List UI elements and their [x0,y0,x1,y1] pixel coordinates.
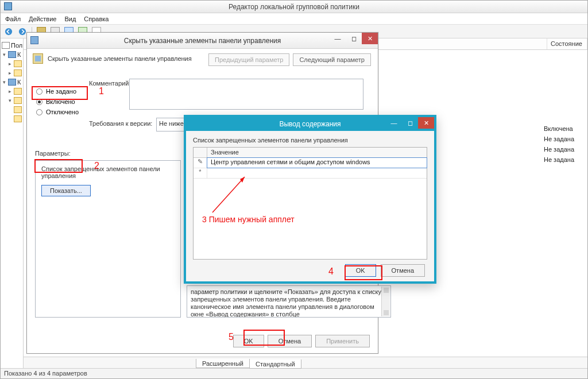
modal-minimize-button[interactable]: ― [386,117,402,129]
menu-view[interactable]: Вид [64,16,76,22]
tree-folder-3[interactable]: ▸ [2,87,22,96]
show-button[interactable]: Показать... [41,185,91,196]
nav-tree[interactable]: Поли ▾К ▸ ▸ ▾К ▸ ▾ [1,38,24,368]
modal-header-label: Список запрещенных элементов панели упра… [193,137,427,144]
tree-node-k[interactable]: ▾К [2,78,22,87]
modal-ok-button[interactable]: OK [345,264,376,277]
prev-setting-button[interactable]: Предыдущий параметр [208,53,289,66]
policy-icon [33,53,43,64]
grid-col-value[interactable]: Значение [207,148,427,157]
dialog-subtitle: Скрыть указанные элементы панели управле… [48,55,192,62]
next-setting-button[interactable]: Следующий параметр [293,53,371,66]
grid-cell-value-1[interactable]: Центр управления сетями и общим доступом… [207,158,427,168]
svg-point-1 [19,28,26,34]
tree-folder-2[interactable]: ▸ [2,68,22,78]
dialog-icon [30,36,38,44]
dialog-cancel-button[interactable]: Отмена [268,335,312,347]
tree-folder-4[interactable]: ▾ [2,96,22,105]
help-text: параметр политики и щелкните «Показать» … [191,288,381,318]
list-row-2[interactable]: Не задана [544,134,584,144]
grid-header: Значение [194,148,427,158]
modal-titlebar: Вывод содержания ― ◻ ✕ [186,117,434,131]
modal-close-button[interactable]: ✕ [418,117,434,129]
radio-not-configured[interactable]: Не задано [36,88,79,95]
help-panel: параметр политики и щелкните «Показать» … [187,285,391,318]
dialog-ok-button[interactable]: OK [233,335,264,347]
list-row-4[interactable]: Не задана [544,154,584,165]
dialog-title: Скрыть указанные элементы панели управле… [124,37,281,45]
radio-enabled[interactable]: Включено [36,98,79,105]
view-tabs: Расширенный Стандартный [24,357,587,368]
modal-cancel-button[interactable]: Отмена [381,264,425,277]
values-grid[interactable]: Значение ✎ Центр управления сетями и общ… [193,147,427,260]
list-col-state[interactable]: Состояние [547,38,587,49]
comment-label: Комментарий: [89,80,130,87]
tree-header: Поли [2,41,22,50]
menu-help[interactable]: Справка [84,16,109,22]
list-row-3[interactable]: Не задана [544,144,584,154]
show-contents-dialog: Вывод содержания ― ◻ ✕ Список запрещенны… [184,115,436,284]
modal-title: Вывод содержания [279,120,341,128]
help-scrollbar[interactable] [381,287,390,316]
main-titlebar: Редактор локальной групповой политики [1,1,587,13]
statusbar: Показано 4 из 4 параметров [1,368,587,378]
dialog-titlebar: Скрыть указанные элементы панели управле… [27,33,378,49]
app-icon [4,2,12,10]
grid-row-1[interactable]: ✎ Центр управления сетями и общим доступ… [194,158,427,168]
dialog-apply-button[interactable]: Применить [315,335,370,347]
tab-extended[interactable]: Расширенный [196,359,250,368]
radio-disabled[interactable]: Отключено [36,109,79,115]
dialog-maximize-button[interactable]: ◻ [346,33,362,44]
menu-file[interactable]: Файл [5,16,21,22]
grid-rowselector-header [194,148,207,157]
svg-point-0 [5,28,12,34]
grid-row-marker-new: * [194,168,207,178]
options-label: Параметры: [35,150,71,157]
options-caption: Список запрещенных элементов панели упра… [41,165,175,179]
grid-row-marker-edit: ✎ [194,158,207,168]
dialog-minimize-button[interactable]: ― [330,33,346,44]
dialog-close-button[interactable]: ✕ [362,33,378,44]
tab-standard[interactable]: Стандартный [249,359,301,369]
list-row-1[interactable]: Включена [544,123,584,134]
options-panel: Список запрещенных элементов панели упра… [35,160,181,318]
requirements-label: Требования к версии: [89,120,152,127]
tree-folder-1[interactable]: ▸ [2,59,22,68]
nav-back-button[interactable] [3,26,14,37]
menu-action[interactable]: Действие [29,16,56,22]
main-title: Редактор локальной групповой политики [229,3,359,11]
menubar: Файл Действие Вид Справка [1,13,587,25]
grid-row-new[interactable]: * [194,168,427,179]
grid-cell-value-new[interactable] [207,168,427,178]
comment-textarea[interactable] [129,79,363,110]
tree-folder-6[interactable] [2,114,22,123]
modal-maximize-button[interactable]: ◻ [402,117,418,129]
tree-folder-5[interactable] [2,105,22,114]
tree-root[interactable]: ▾К [2,50,22,59]
